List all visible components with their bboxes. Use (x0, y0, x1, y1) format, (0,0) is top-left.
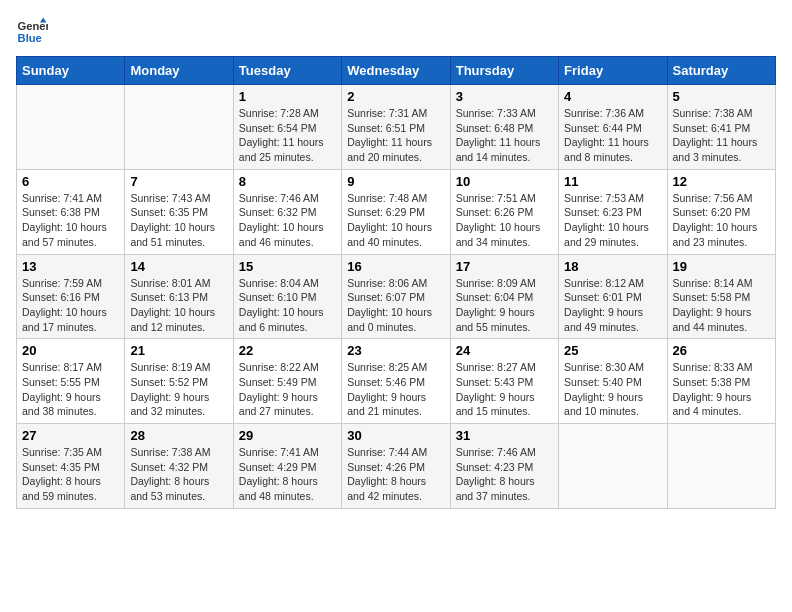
day-number: 15 (239, 259, 336, 274)
day-number: 31 (456, 428, 553, 443)
week-row-4: 20Sunrise: 8:17 AM Sunset: 5:55 PM Dayli… (17, 339, 776, 424)
day-header-thursday: Thursday (450, 57, 558, 85)
day-number: 30 (347, 428, 444, 443)
day-info: Sunrise: 7:33 AM Sunset: 6:48 PM Dayligh… (456, 106, 553, 165)
day-info: Sunrise: 8:17 AM Sunset: 5:55 PM Dayligh… (22, 360, 119, 419)
logo: General Blue (16, 16, 48, 48)
day-info: Sunrise: 7:51 AM Sunset: 6:26 PM Dayligh… (456, 191, 553, 250)
day-number: 29 (239, 428, 336, 443)
day-info: Sunrise: 7:38 AM Sunset: 4:32 PM Dayligh… (130, 445, 227, 504)
calendar-cell: 27Sunrise: 7:35 AM Sunset: 4:35 PM Dayli… (17, 424, 125, 509)
calendar-cell: 10Sunrise: 7:51 AM Sunset: 6:26 PM Dayli… (450, 169, 558, 254)
week-row-2: 6Sunrise: 7:41 AM Sunset: 6:38 PM Daylig… (17, 169, 776, 254)
day-number: 28 (130, 428, 227, 443)
calendar-cell: 3Sunrise: 7:33 AM Sunset: 6:48 PM Daylig… (450, 85, 558, 170)
calendar-cell: 14Sunrise: 8:01 AM Sunset: 6:13 PM Dayli… (125, 254, 233, 339)
day-number: 18 (564, 259, 661, 274)
day-info: Sunrise: 7:43 AM Sunset: 6:35 PM Dayligh… (130, 191, 227, 250)
day-info: Sunrise: 8:30 AM Sunset: 5:40 PM Dayligh… (564, 360, 661, 419)
day-number: 19 (673, 259, 770, 274)
day-info: Sunrise: 7:38 AM Sunset: 6:41 PM Dayligh… (673, 106, 770, 165)
day-header-friday: Friday (559, 57, 667, 85)
day-header-wednesday: Wednesday (342, 57, 450, 85)
calendar-cell: 22Sunrise: 8:22 AM Sunset: 5:49 PM Dayli… (233, 339, 341, 424)
logo-icon: General Blue (16, 16, 48, 48)
calendar-cell (667, 424, 775, 509)
calendar-cell: 28Sunrise: 7:38 AM Sunset: 4:32 PM Dayli… (125, 424, 233, 509)
calendar-cell: 16Sunrise: 8:06 AM Sunset: 6:07 PM Dayli… (342, 254, 450, 339)
day-number: 2 (347, 89, 444, 104)
day-info: Sunrise: 7:41 AM Sunset: 4:29 PM Dayligh… (239, 445, 336, 504)
days-header-row: SundayMondayTuesdayWednesdayThursdayFrid… (17, 57, 776, 85)
calendar-cell: 20Sunrise: 8:17 AM Sunset: 5:55 PM Dayli… (17, 339, 125, 424)
day-number: 22 (239, 343, 336, 358)
day-info: Sunrise: 7:44 AM Sunset: 4:26 PM Dayligh… (347, 445, 444, 504)
day-number: 6 (22, 174, 119, 189)
day-number: 13 (22, 259, 119, 274)
day-info: Sunrise: 8:25 AM Sunset: 5:46 PM Dayligh… (347, 360, 444, 419)
day-header-monday: Monday (125, 57, 233, 85)
day-info: Sunrise: 7:56 AM Sunset: 6:20 PM Dayligh… (673, 191, 770, 250)
day-info: Sunrise: 7:53 AM Sunset: 6:23 PM Dayligh… (564, 191, 661, 250)
calendar-cell: 1Sunrise: 7:28 AM Sunset: 6:54 PM Daylig… (233, 85, 341, 170)
day-number: 10 (456, 174, 553, 189)
week-row-5: 27Sunrise: 7:35 AM Sunset: 4:35 PM Dayli… (17, 424, 776, 509)
calendar-cell: 30Sunrise: 7:44 AM Sunset: 4:26 PM Dayli… (342, 424, 450, 509)
day-info: Sunrise: 7:41 AM Sunset: 6:38 PM Dayligh… (22, 191, 119, 250)
day-number: 24 (456, 343, 553, 358)
day-number: 5 (673, 89, 770, 104)
day-info: Sunrise: 8:09 AM Sunset: 6:04 PM Dayligh… (456, 276, 553, 335)
day-number: 27 (22, 428, 119, 443)
calendar-cell: 13Sunrise: 7:59 AM Sunset: 6:16 PM Dayli… (17, 254, 125, 339)
calendar-cell: 8Sunrise: 7:46 AM Sunset: 6:32 PM Daylig… (233, 169, 341, 254)
calendar-cell (125, 85, 233, 170)
day-info: Sunrise: 7:36 AM Sunset: 6:44 PM Dayligh… (564, 106, 661, 165)
day-number: 25 (564, 343, 661, 358)
day-number: 23 (347, 343, 444, 358)
day-header-tuesday: Tuesday (233, 57, 341, 85)
day-info: Sunrise: 8:04 AM Sunset: 6:10 PM Dayligh… (239, 276, 336, 335)
day-info: Sunrise: 8:14 AM Sunset: 5:58 PM Dayligh… (673, 276, 770, 335)
header: General Blue (16, 16, 776, 48)
day-number: 3 (456, 89, 553, 104)
day-number: 16 (347, 259, 444, 274)
calendar-table: SundayMondayTuesdayWednesdayThursdayFrid… (16, 56, 776, 509)
calendar-cell: 29Sunrise: 7:41 AM Sunset: 4:29 PM Dayli… (233, 424, 341, 509)
calendar-cell: 31Sunrise: 7:46 AM Sunset: 4:23 PM Dayli… (450, 424, 558, 509)
day-number: 11 (564, 174, 661, 189)
calendar-cell: 11Sunrise: 7:53 AM Sunset: 6:23 PM Dayli… (559, 169, 667, 254)
calendar-cell: 15Sunrise: 8:04 AM Sunset: 6:10 PM Dayli… (233, 254, 341, 339)
svg-text:Blue: Blue (18, 32, 42, 44)
calendar-cell: 24Sunrise: 8:27 AM Sunset: 5:43 PM Dayli… (450, 339, 558, 424)
week-row-3: 13Sunrise: 7:59 AM Sunset: 6:16 PM Dayli… (17, 254, 776, 339)
calendar-cell: 2Sunrise: 7:31 AM Sunset: 6:51 PM Daylig… (342, 85, 450, 170)
calendar-cell: 6Sunrise: 7:41 AM Sunset: 6:38 PM Daylig… (17, 169, 125, 254)
calendar-cell: 21Sunrise: 8:19 AM Sunset: 5:52 PM Dayli… (125, 339, 233, 424)
calendar-cell: 23Sunrise: 8:25 AM Sunset: 5:46 PM Dayli… (342, 339, 450, 424)
day-info: Sunrise: 7:31 AM Sunset: 6:51 PM Dayligh… (347, 106, 444, 165)
calendar-cell: 9Sunrise: 7:48 AM Sunset: 6:29 PM Daylig… (342, 169, 450, 254)
day-header-sunday: Sunday (17, 57, 125, 85)
day-number: 9 (347, 174, 444, 189)
calendar-cell: 7Sunrise: 7:43 AM Sunset: 6:35 PM Daylig… (125, 169, 233, 254)
calendar-cell: 17Sunrise: 8:09 AM Sunset: 6:04 PM Dayli… (450, 254, 558, 339)
day-info: Sunrise: 7:48 AM Sunset: 6:29 PM Dayligh… (347, 191, 444, 250)
day-info: Sunrise: 8:12 AM Sunset: 6:01 PM Dayligh… (564, 276, 661, 335)
day-info: Sunrise: 8:06 AM Sunset: 6:07 PM Dayligh… (347, 276, 444, 335)
calendar-cell: 25Sunrise: 8:30 AM Sunset: 5:40 PM Dayli… (559, 339, 667, 424)
day-number: 4 (564, 89, 661, 104)
day-number: 7 (130, 174, 227, 189)
day-info: Sunrise: 7:46 AM Sunset: 6:32 PM Dayligh… (239, 191, 336, 250)
day-number: 17 (456, 259, 553, 274)
calendar-cell: 18Sunrise: 8:12 AM Sunset: 6:01 PM Dayli… (559, 254, 667, 339)
week-row-1: 1Sunrise: 7:28 AM Sunset: 6:54 PM Daylig… (17, 85, 776, 170)
day-number: 20 (22, 343, 119, 358)
day-info: Sunrise: 7:35 AM Sunset: 4:35 PM Dayligh… (22, 445, 119, 504)
calendar-cell: 12Sunrise: 7:56 AM Sunset: 6:20 PM Dayli… (667, 169, 775, 254)
calendar-cell: 19Sunrise: 8:14 AM Sunset: 5:58 PM Dayli… (667, 254, 775, 339)
day-number: 8 (239, 174, 336, 189)
day-header-saturday: Saturday (667, 57, 775, 85)
day-info: Sunrise: 8:33 AM Sunset: 5:38 PM Dayligh… (673, 360, 770, 419)
calendar-cell (559, 424, 667, 509)
day-number: 14 (130, 259, 227, 274)
